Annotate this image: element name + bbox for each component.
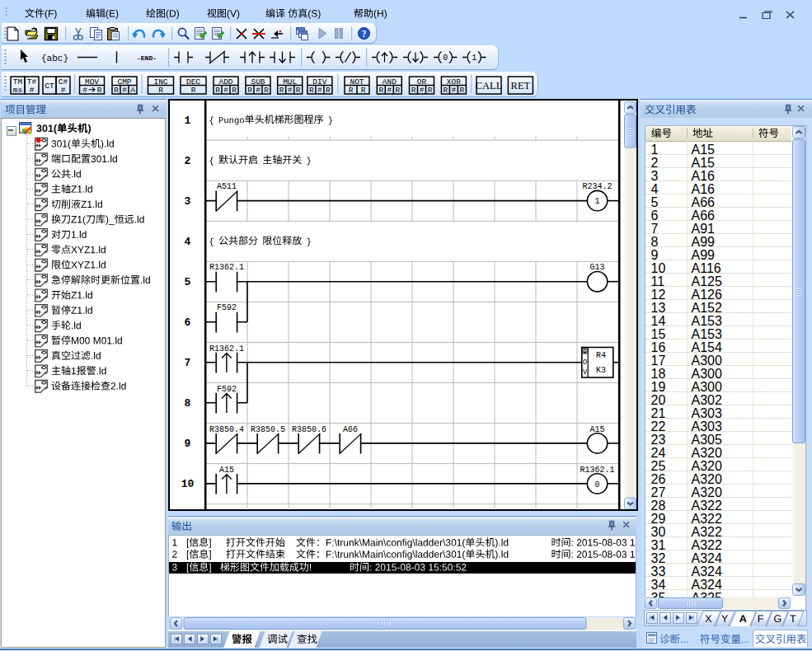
svg-text:R: R <box>279 86 284 95</box>
svg-text:INC: INC <box>153 77 167 87</box>
svg-text:R: R <box>326 86 331 95</box>
svg-text:OR: OR <box>417 77 427 87</box>
svg-text:R4: R4 <box>596 351 606 360</box>
svg-text:{abc}: {abc} <box>41 54 68 63</box>
svg-text:R: R <box>378 86 383 95</box>
svg-text:R: R <box>232 86 237 95</box>
svg-text:R: R <box>411 86 416 95</box>
svg-text:2: 2 <box>185 155 191 167</box>
svg-text:O: O <box>583 358 587 367</box>
svg-text:#: # <box>30 86 35 95</box>
svg-text:R: R <box>264 86 269 95</box>
svg-text:1: 1 <box>185 115 191 127</box>
svg-text:R: R <box>361 86 366 95</box>
svg-text:R1362.1: R1362.1 <box>580 466 615 475</box>
svg-text:CALL: CALL <box>476 80 503 91</box>
svg-text:5: 5 <box>185 276 191 288</box>
svg-text:R: R <box>296 86 301 95</box>
svg-text:R: R <box>114 86 119 95</box>
svg-text:#: # <box>223 86 228 95</box>
svg-text:#: # <box>288 86 293 95</box>
svg-text:8: 8 <box>185 397 191 410</box>
svg-text:#: # <box>256 86 260 95</box>
svg-text:DIV: DIV <box>312 77 326 87</box>
svg-text:A: A <box>130 86 135 95</box>
svg-text:SUB: SUB <box>251 77 265 87</box>
svg-text:1: 1 <box>595 197 600 206</box>
svg-text:R234.2: R234.2 <box>583 182 613 191</box>
svg-text:A15: A15 <box>590 425 605 434</box>
svg-text:R: R <box>444 86 448 95</box>
svg-text:#: # <box>122 86 127 95</box>
svg-text:R: R <box>97 86 102 95</box>
svg-text:DEC: DEC <box>186 77 200 87</box>
svg-text:F592: F592 <box>217 385 237 394</box>
svg-text:-END-: -END- <box>137 54 157 62</box>
svg-text:T#: T# <box>27 77 37 87</box>
svg-text:CT: CT <box>45 82 54 91</box>
svg-text:#: # <box>61 86 66 95</box>
svg-text:ms: ms <box>13 86 22 95</box>
svg-text:#: # <box>317 86 322 95</box>
svg-text:TM: TM <box>13 77 23 87</box>
svg-text:R3850.5: R3850.5 <box>251 425 285 434</box>
svg-text:AND: AND <box>383 77 397 87</box>
svg-text:A15: A15 <box>219 466 234 475</box>
svg-text:K3: K3 <box>596 366 606 375</box>
svg-text:R: R <box>349 86 354 95</box>
svg-text:9: 9 <box>185 438 191 450</box>
svg-text:R3850.4: R3850.4 <box>209 425 244 434</box>
svg-text:#: # <box>420 86 425 95</box>
svg-text:V: V <box>583 368 588 377</box>
svg-text:F592: F592 <box>217 303 237 312</box>
svg-text:7: 7 <box>185 357 191 369</box>
svg-text:?: ? <box>362 29 367 39</box>
svg-text:#: # <box>82 86 87 95</box>
svg-text:0: 0 <box>595 480 600 489</box>
svg-text:10: 10 <box>181 478 195 490</box>
svg-text:R: R <box>215 86 220 95</box>
svg-text:R3850.6: R3850.6 <box>292 425 326 434</box>
svg-text:#: # <box>452 86 457 95</box>
svg-text:#: # <box>387 86 392 95</box>
svg-text:R1362.1: R1362.1 <box>209 263 244 272</box>
svg-text:MOV: MOV <box>85 77 99 87</box>
svg-text:ADD: ADD <box>218 77 232 87</box>
svg-text:G13: G13 <box>590 263 605 272</box>
svg-text:R: R <box>460 86 465 95</box>
svg-text:1: 1 <box>472 54 476 63</box>
svg-text:XOR: XOR <box>447 77 461 87</box>
svg-text:R: R <box>395 86 400 95</box>
svg-text:R: R <box>158 86 163 95</box>
svg-text:A511: A511 <box>217 182 237 191</box>
svg-text:R: R <box>428 86 433 95</box>
svg-text:0: 0 <box>443 54 448 63</box>
svg-text:R: R <box>309 86 314 95</box>
svg-text:R: R <box>247 86 252 95</box>
svg-text:4: 4 <box>185 236 191 248</box>
svg-text:M: M <box>583 348 587 356</box>
svg-text:R1362.1: R1362.1 <box>209 344 244 354</box>
svg-text:R: R <box>191 86 196 95</box>
svg-text:A66: A66 <box>343 425 358 434</box>
svg-text:C#: C# <box>59 77 68 87</box>
svg-text:MUL: MUL <box>283 77 297 87</box>
svg-text:6: 6 <box>185 316 191 329</box>
svg-text:CMP: CMP <box>117 77 131 87</box>
svg-text:3: 3 <box>185 195 191 208</box>
svg-text:NOT: NOT <box>350 77 364 87</box>
svg-text:RET: RET <box>511 80 531 91</box>
